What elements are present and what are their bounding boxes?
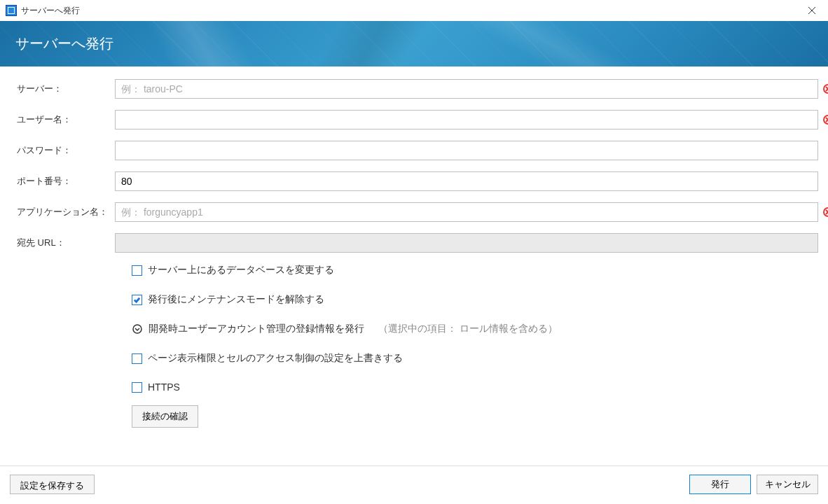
close-icon: [808, 6, 816, 15]
row-server: サーバー：: [17, 79, 818, 99]
invalid-icon: [822, 114, 828, 125]
opt-release-maintenance: 発行後にメンテナンスモードを解除する: [132, 293, 790, 306]
save-settings-button[interactable]: 設定を保存する: [10, 475, 95, 494]
label-server: サーバー：: [17, 83, 115, 95]
opt-change-db: サーバー上にあるデータベースを変更する: [132, 264, 790, 276]
opt-publish-accounts-hint: （選択中の項目： ロール情報を含める）: [378, 323, 558, 335]
desturl-display: [115, 233, 818, 253]
row-port: ポート番号：: [17, 172, 818, 191]
expand-accounts-button[interactable]: [132, 323, 143, 335]
opt-release-maintenance-label: 発行後にメンテナンスモードを解除する: [148, 293, 324, 306]
server-input[interactable]: [115, 79, 818, 99]
label-password: パスワード：: [17, 144, 115, 157]
opt-change-db-label: サーバー上にあるデータベースを変更する: [148, 264, 334, 276]
cancel-button[interactable]: キャンセル: [757, 475, 818, 494]
appname-input[interactable]: [115, 202, 818, 222]
test-connection-button[interactable]: 接続の確認: [132, 405, 198, 428]
titlebar: サーバーへ発行: [0, 0, 828, 21]
close-button[interactable]: [801, 0, 822, 21]
form-area: サーバー： ユーザー名： パスワード： ポート番号： アプリケーション名：: [0, 66, 828, 428]
label-username: ユーザー名：: [17, 113, 115, 126]
opt-overwrite-perms-label: ページ表示権限とセルのアクセス制御の設定を上書きする: [148, 352, 403, 365]
banner-heading: サーバーへ発行: [15, 34, 113, 53]
publish-button[interactable]: 発行: [689, 475, 751, 494]
invalid-icon: [822, 83, 828, 94]
password-input[interactable]: [115, 141, 818, 160]
svg-point-11: [133, 325, 142, 333]
row-username: ユーザー名：: [17, 110, 818, 130]
app-icon: [6, 5, 17, 16]
options-block: サーバー上にあるデータベースを変更する 発行後にメンテナンスモードを解除する 開…: [17, 264, 818, 393]
checkbox-https[interactable]: [132, 382, 142, 393]
banner: サーバーへ発行: [0, 21, 828, 66]
label-port: ポート番号：: [17, 175, 115, 188]
opt-publish-accounts: 開発時ユーザーアカウント管理の登録情報を発行 （選択中の項目： ロール情報を含め…: [132, 323, 790, 335]
label-appname: アプリケーション名：: [17, 206, 115, 218]
opt-https: HTTPS: [132, 382, 790, 393]
chevron-down-icon: [132, 324, 142, 334]
checkbox-change-db[interactable]: [132, 265, 142, 276]
checkbox-overwrite-perms[interactable]: [132, 354, 142, 364]
opt-overwrite-perms: ページ表示権限とセルのアクセス制御の設定を上書きする: [132, 352, 790, 365]
opt-publish-accounts-label: 開発時ユーザーアカウント管理の登録情報を発行: [149, 323, 364, 335]
row-appname: アプリケーション名：: [17, 202, 818, 222]
opt-https-label: HTTPS: [148, 382, 180, 393]
invalid-icon: [822, 206, 828, 218]
label-desturl: 宛先 URL：: [17, 237, 115, 249]
checkbox-release-maintenance[interactable]: [132, 295, 142, 305]
username-input[interactable]: [115, 110, 818, 130]
footer: 設定を保存する 発行 キャンセル: [0, 465, 828, 504]
window-title: サーバーへ発行: [21, 5, 80, 17]
port-input[interactable]: [115, 172, 818, 191]
row-desturl: 宛先 URL：: [17, 233, 818, 253]
row-password: パスワード：: [17, 141, 818, 160]
